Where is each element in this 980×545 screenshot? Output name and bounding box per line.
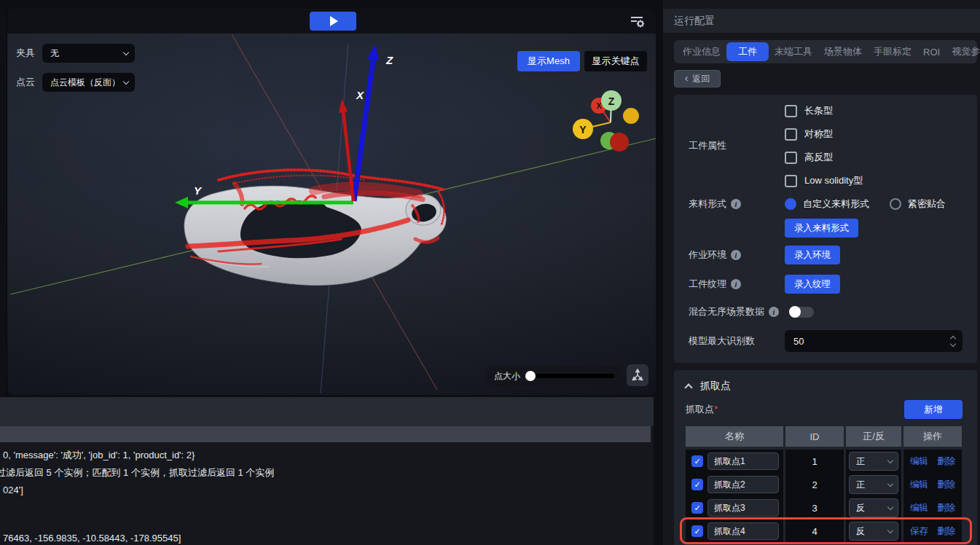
orientation-gizmo[interactable]: X Z Y <box>573 90 639 152</box>
axes-tripod-icon <box>631 369 644 382</box>
checkbox[interactable] <box>785 105 797 117</box>
axis-label-x: X <box>356 89 364 101</box>
radio-option[interactable]: 紧密贴合 <box>890 197 946 211</box>
mixed-scene-toggle[interactable] <box>789 307 814 318</box>
attr-option: 对称型 <box>785 122 863 146</box>
fixture-select[interactable]: 无 <box>42 44 135 63</box>
show-keypoints-button[interactable]: 显示关键点 <box>584 51 647 71</box>
grasp-rows: ✓ 抓取点1 1 正 <box>686 450 962 543</box>
tab[interactable]: ROI <box>917 42 946 61</box>
feed-record-row: 录入来料形式 <box>689 216 963 240</box>
viewport-toolbar <box>7 9 656 34</box>
tab[interactable]: 工件 <box>726 42 769 61</box>
row-action-delete[interactable]: 删除 <box>937 479 955 491</box>
chevron-down-icon <box>123 78 129 84</box>
attr-option: 高反型 <box>785 146 863 169</box>
chevron-down-icon <box>123 49 129 55</box>
side-select[interactable]: 反 <box>849 498 898 517</box>
column-header: ID <box>785 426 844 447</box>
grasp-points-card: 抓取点 抓取点* 新增 名称 ID 正/反 操作 <box>674 370 977 545</box>
row-checkbox[interactable]: ✓ <box>691 479 703 490</box>
log-lines: 0, 'message': '成功', 'job_id': 1, 'produc… <box>0 442 654 545</box>
tab[interactable]: 场景物体 <box>818 42 868 61</box>
checkbox[interactable] <box>785 175 797 187</box>
record-env-button[interactable]: 录入环境 <box>785 246 840 264</box>
grasp-name-field[interactable]: 抓取点1 <box>707 452 779 470</box>
row-action-primary[interactable]: 编辑 <box>910 455 928 468</box>
table-row: ✓ 抓取点3 3 反 <box>686 496 962 519</box>
checkbox[interactable] <box>785 152 797 164</box>
svg-text:X: X <box>596 101 602 110</box>
spinner-down-icon[interactable] <box>950 340 956 346</box>
row-checkbox[interactable]: ✓ <box>691 455 703 467</box>
chevron-down-icon <box>887 480 893 486</box>
pointcloud-row: 点云 点云模板（反面） <box>16 73 135 92</box>
record-feed-button[interactable]: 录入来料形式 <box>785 219 858 238</box>
tab[interactable]: 视觉参数 <box>946 42 980 61</box>
column-header: 正/反 <box>846 426 901 447</box>
info-icon[interactable]: i <box>769 307 779 317</box>
slider-knob[interactable] <box>525 371 536 381</box>
side-select[interactable]: 反 <box>849 522 898 541</box>
svg-text:Y: Y <box>579 124 587 136</box>
grasp-section-header: 抓取点 <box>686 376 963 396</box>
panel-title: 运行配置 <box>674 15 715 28</box>
info-icon[interactable]: i <box>731 250 741 260</box>
required-mark: * <box>714 404 718 415</box>
chevron-down-icon <box>887 527 893 533</box>
info-icon[interactable]: i <box>731 199 741 209</box>
play-button[interactable] <box>310 12 356 31</box>
row-action-primary[interactable]: 编辑 <box>910 502 928 514</box>
row-action-delete[interactable]: 删除 <box>937 502 955 514</box>
run-config-panel: 运行配置 作业信息 工件 末端工具 场景物体 手眼标定 ROI 视觉参数 ‹ 返… <box>663 0 980 545</box>
record-texture-button[interactable]: 录入纹理 <box>785 275 840 294</box>
grasp-name-field[interactable]: 抓取点2 <box>707 476 779 493</box>
row-checkbox[interactable]: ✓ <box>691 525 703 537</box>
grasp-name-field[interactable]: 抓取点4 <box>707 522 779 540</box>
grasp-name-field[interactable]: 抓取点3 <box>707 499 779 517</box>
tab[interactable]: 手眼标定 <box>868 42 917 61</box>
grasp-field-label: 抓取点 <box>686 404 714 415</box>
grasp-field-row: 抓取点* 新增 <box>686 396 963 423</box>
collapse-chevron-icon[interactable] <box>684 383 692 391</box>
pointcloud-select[interactable]: 点云模板（反面） <box>42 73 135 92</box>
side-select[interactable]: 正 <box>849 452 898 471</box>
log-subheader-band <box>0 426 651 442</box>
row-action-primary[interactable]: 编辑 <box>910 479 928 491</box>
workpiece-attr-row: 工件属性 长条型 对称型 <box>689 99 963 192</box>
show-mesh-button[interactable]: 显示Mesh <box>517 51 580 71</box>
axis-label-y: Y <box>194 184 203 197</box>
feed-form-row: 来料形式 i 自定义来料形式 紧密贴合 <box>689 192 963 216</box>
log-panel: 0, 'message': '成功', 'job_id': 1, 'produc… <box>0 397 654 545</box>
max-count-input[interactable]: 50 <box>785 330 963 352</box>
back-button[interactable]: ‹ 返回 <box>674 70 721 87</box>
display-settings-icon[interactable] <box>628 13 646 29</box>
row-action-delete[interactable]: 删除 <box>937 525 955 538</box>
gizmo-yellow-ball[interactable] <box>623 108 639 124</box>
row-action-primary[interactable]: 保存 <box>910 525 928 538</box>
back-chevron-icon: ‹ <box>685 73 689 83</box>
grasp-id: 1 <box>812 456 817 467</box>
max-count-row: 模型最大识别数 50 <box>689 325 963 357</box>
radio-option[interactable]: 自定义来料形式 <box>785 197 869 211</box>
mixed-scene-label: 混合无序场景数据 <box>689 305 764 318</box>
point-size-slider[interactable] <box>526 374 614 378</box>
env-label: 作业环境 <box>689 248 726 262</box>
fixture-label: 夹具 <box>16 47 35 60</box>
reset-axes-button[interactable] <box>627 364 648 386</box>
side-select[interactable]: 正 <box>849 475 898 494</box>
feed-label: 来料形式 <box>689 197 726 211</box>
gizmo-red-ball[interactable] <box>610 133 629 152</box>
grasp-table-header: 名称 ID 正/反 操作 <box>686 426 962 447</box>
checkbox[interactable] <box>785 128 797 141</box>
row-action-delete[interactable]: 删除 <box>937 455 955 468</box>
tab[interactable]: 末端工具 <box>769 42 818 61</box>
add-grasp-button[interactable]: 新增 <box>904 400 963 419</box>
row-checkbox[interactable]: ✓ <box>691 502 703 514</box>
log-header-band <box>0 397 654 426</box>
play-icon <box>330 16 338 26</box>
scene-3d[interactable]: Z X Y X Z Y <box>7 34 656 395</box>
info-icon[interactable]: i <box>731 279 741 289</box>
mixed-scene-row: 混合无序场景数据 i <box>689 299 963 325</box>
tab[interactable]: 作业信息 <box>677 42 726 61</box>
